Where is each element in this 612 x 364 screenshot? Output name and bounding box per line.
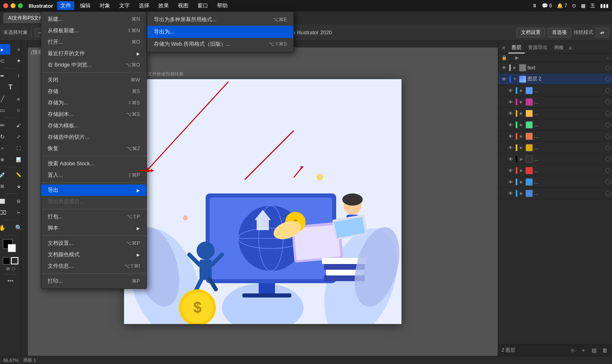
menu-effect[interactable]: 效果 — [155, 1, 172, 10]
arrange-btn[interactable]: ⇌ — [596, 28, 609, 38]
menu-window[interactable]: 窗口 — [194, 1, 211, 10]
stroke-swatch[interactable] — [11, 257, 18, 264]
minimize-button[interactable] — [11, 3, 16, 8]
menu-item-colormode[interactable]: 文档颜色模式 ▶ — [41, 249, 146, 260]
layer-add-btn[interactable]: + — [579, 346, 588, 354]
layer-row-sub-5[interactable]: 👁 ▶ ... — [498, 142, 612, 153]
layer-eye-sub-0[interactable]: 👁 — [506, 87, 514, 95]
submenu-item-export-as[interactable]: 导出为... — [147, 26, 293, 38]
layer-row-sub-1[interactable]: 👁 ▶ ... — [498, 96, 612, 108]
layer-eye-sub-4[interactable]: 👁 — [506, 132, 514, 140]
menu-item-docsettings[interactable]: 文档设置... ⌥⌘P — [41, 237, 146, 249]
menu-item-save[interactable]: 存储 ⌘S — [41, 86, 146, 97]
layer-expand-sub-8[interactable]: ▶ — [519, 179, 524, 185]
tool-brush[interactable]: 🖌 — [11, 120, 22, 131]
tool-artboard[interactable]: ⬜ — [0, 196, 10, 206]
menu-item-new-tmpl[interactable]: 从模板新建... ⇧⌘N — [41, 25, 146, 36]
layer-expand-sub-6[interactable]: ▶ — [519, 156, 524, 162]
tool-scale[interactable]: ⤢ — [11, 131, 22, 142]
tool-direct-select[interactable]: ⟡ — [11, 44, 22, 55]
layer-row-text[interactable]: 👁 ▶ text — [498, 62, 612, 73]
menu-item-open[interactable]: 打开... ⌘O — [41, 36, 146, 48]
layer-group-btn[interactable]: ▤ — [590, 346, 598, 354]
tab-layers[interactable]: 图层 — [508, 42, 525, 53]
layer-row-sub-0[interactable]: 👁 ▶ ... — [498, 85, 612, 96]
menu-item-savecopy[interactable]: 存储副本... ⌥⌘S — [41, 109, 146, 120]
tool-blend[interactable]: ⊞ — [0, 181, 10, 191]
layer-row-sub-2[interactable]: 👁 ▶ ... — [498, 108, 612, 119]
tool-lasso[interactable]: ⊂ — [0, 55, 10, 66]
menu-item-savetempl[interactable]: 存储为模板... — [41, 120, 146, 131]
tool-live-paint[interactable]: ⬙ — [11, 181, 22, 191]
layer-expand-sub-5[interactable]: ▶ — [519, 145, 524, 151]
tab-asset-export[interactable]: 资源导出 — [525, 42, 551, 53]
layer-row-sub-9[interactable]: 👁 ▶ ... — [498, 188, 612, 199]
menu-object[interactable]: 对象 — [96, 1, 113, 10]
artboard[interactable]: $ $ — [124, 79, 401, 324]
layer-expand-sub-1[interactable]: ▶ — [519, 99, 524, 105]
menu-item-print[interactable]: 打印... ⌘P — [41, 275, 146, 287]
layer-eye-sub-6[interactable]: 👁 — [506, 155, 514, 163]
background-color[interactable] — [8, 244, 16, 252]
submenu-item-save-web[interactable]: 存储为 Web 所用格式（旧版）... ⌥⇧⌘S — [147, 38, 293, 50]
layer-row-sub-7[interactable]: 👁 ▶ ... — [498, 165, 612, 176]
close-button[interactable] — [3, 3, 8, 8]
tool-eraser[interactable]: ⌫ — [0, 207, 10, 218]
tool-select[interactable]: ▸ — [0, 44, 10, 55]
tool-scissors[interactable]: ✂ — [11, 207, 22, 218]
tool-paint[interactable]: ⌀ — [11, 93, 22, 104]
menu-item-place[interactable]: 置入... ⇧⌘P — [41, 169, 146, 181]
layer-eye-sub-7[interactable]: 👁 — [506, 166, 514, 175]
color-mode-btn[interactable]: □ — [11, 265, 16, 272]
tool-line[interactable]: ╱ — [0, 93, 10, 104]
menu-view[interactable]: 视图 — [175, 1, 192, 10]
layer-eye-sub-2[interactable]: 👁 — [506, 109, 514, 118]
tool-eyedrop[interactable]: 💉 — [0, 169, 10, 180]
fullscreen-button[interactable] — [18, 3, 23, 8]
menu-item-export[interactable]: 导出 ▶ — [41, 184, 146, 196]
tool-curvature[interactable]: ⌇ — [11, 71, 22, 81]
preferences-btn[interactable]: 首选项 — [548, 28, 571, 38]
no-fill-btn[interactable]: ⊘ — [5, 265, 11, 272]
more-tools-btn[interactable]: ••• — [6, 277, 15, 285]
layer-expand-sub-0[interactable]: ▶ — [519, 88, 524, 93]
menu-item-fileinfo[interactable]: 文件信息... ⌥⇧⌘I — [41, 260, 146, 272]
menu-item-new[interactable]: 新建... ⌘N — [41, 13, 146, 25]
layer-eye-sub-8[interactable]: 👁 — [506, 178, 514, 186]
layer-expand-sub-7[interactable]: ▶ — [519, 168, 524, 173]
doc-settings-btn[interactable]: 文档设置 — [517, 28, 545, 38]
menu-file[interactable]: 文件 — [57, 1, 74, 10]
menu-item-package[interactable]: 打包... ⌥⇧P — [41, 211, 146, 222]
tool-pen[interactable]: ✒ — [0, 71, 10, 81]
layer-eye-sub-1[interactable]: 👁 — [506, 98, 514, 106]
menu-item-revert[interactable]: 恢复 ⌥⌘Z — [41, 143, 146, 154]
layer-eye-sub-5[interactable]: 👁 — [506, 144, 514, 152]
tool-rect[interactable]: ▭ — [0, 105, 10, 115]
layer-expand-sub-2[interactable]: ▶ — [519, 111, 524, 116]
layer-expand-2[interactable]: ▼ — [512, 76, 518, 82]
layer-delete-btn[interactable]: 🗑 — [601, 346, 609, 354]
layer-row-sub-4[interactable]: 👁 ▶ ... — [498, 131, 612, 142]
layer-eye-sub-3[interactable]: 👁 — [506, 121, 514, 129]
tool-warp[interactable]: ≈ — [0, 143, 10, 153]
tool-hand[interactable]: ✋ — [0, 222, 10, 233]
layer-expand-sub-4[interactable]: ▶ — [519, 133, 524, 139]
menu-text[interactable]: 文字 — [116, 1, 133, 10]
tool-rotate[interactable]: ↻ — [0, 131, 10, 142]
layer-eye-2[interactable]: 👁 — [500, 75, 508, 83]
layer-eye-text[interactable]: 👁 — [500, 64, 508, 72]
menu-select[interactable]: 选择 — [135, 1, 153, 10]
fill-swatch[interactable] — [3, 257, 10, 264]
layer-expand-sub-9[interactable]: ▶ — [519, 191, 524, 196]
color-swatches[interactable] — [3, 239, 18, 255]
menu-item-saveslice[interactable]: 存储选中的切片... — [41, 131, 146, 143]
menu-item-close[interactable]: 关闭 ⌘W — [41, 74, 146, 86]
menu-item-saveas[interactable]: 存储为... ⇧⌘S — [41, 97, 146, 109]
menu-item-scripts[interactable]: 脚本 ▶ — [41, 222, 146, 234]
tool-zoom[interactable]: 🔍 — [11, 222, 22, 233]
layer-expand-sub-3[interactable]: ▶ — [519, 122, 524, 128]
menu-item-search-stock[interactable]: 搜索 Adobe Stock... — [41, 158, 146, 169]
layer-row-sub-8[interactable]: 👁 ▶ ... — [498, 176, 612, 188]
tool-ellipse[interactable]: ○ — [11, 105, 22, 115]
panel-menu-icon[interactable]: ≡ — [569, 45, 572, 51]
